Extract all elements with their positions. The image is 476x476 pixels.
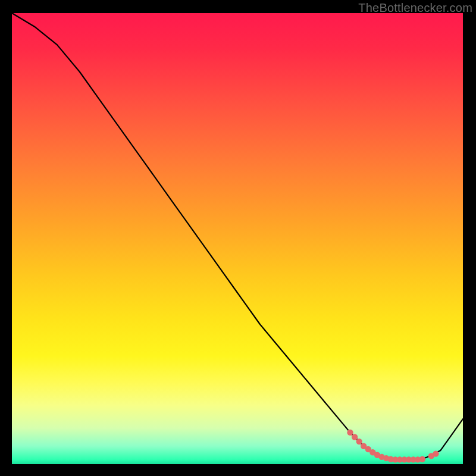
chart-plot: [12, 13, 463, 464]
marker-dot: [419, 456, 425, 462]
chart-frame: [12, 13, 463, 464]
marker-dot: [433, 450, 439, 456]
marker-dot: [347, 430, 353, 436]
bottleneck-curve: [12, 13, 463, 459]
watermark-text: TheBottlenecker.com: [358, 1, 472, 15]
marker-dot: [356, 439, 362, 444]
marker-dot: [352, 434, 358, 440]
